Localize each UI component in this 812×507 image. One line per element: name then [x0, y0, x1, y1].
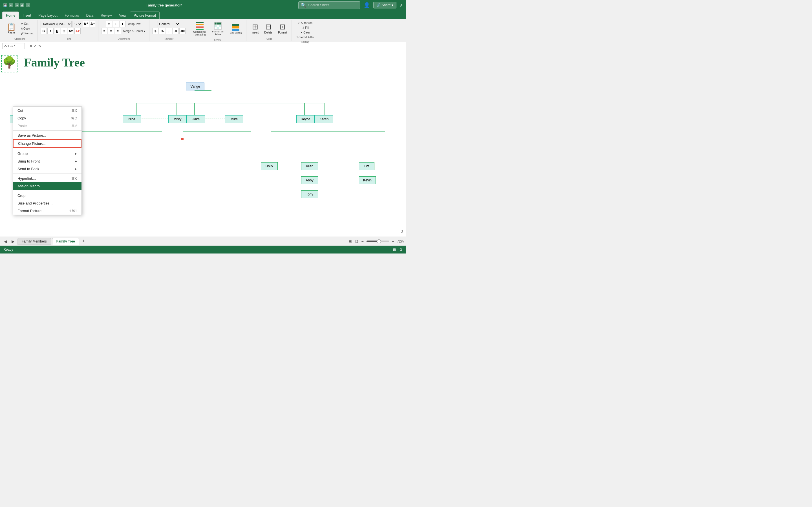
ctx-copy[interactable]: Copy ⌘C — [13, 114, 82, 122]
page-number: 3 — [401, 230, 403, 234]
decimal-dec-btn[interactable]: .00 — [179, 28, 186, 34]
tree-icon: 🌳 — [2, 56, 16, 69]
cell-styles-btn[interactable]: Cell Styles — [227, 22, 244, 36]
ctx-size-properties[interactable]: Size and Properties... — [13, 200, 82, 207]
tab-family-tree[interactable]: Family Tree — [52, 238, 79, 245]
zoom-out-btn[interactable]: − — [361, 239, 364, 244]
clear-btn[interactable]: ✕ Clear — [299, 31, 312, 35]
window-controls: 💾 ↩ ↪ 🖨 ▾ — [3, 3, 30, 7]
font-family-select[interactable]: Rockwell (Hea... — [41, 21, 71, 27]
add-sheet-btn[interactable]: + — [80, 238, 87, 244]
tab-data[interactable]: Data — [83, 11, 97, 19]
save-icon[interactable]: 💾 — [3, 3, 7, 7]
copy-button[interactable]: ⎘ Copy — [19, 26, 35, 31]
undo-icon[interactable]: ↩ — [9, 3, 13, 7]
middle-align-btn[interactable]: ↕ — [113, 21, 119, 27]
insert-cells-btn[interactable]: ⊞ Insert — [249, 22, 261, 35]
ctx-bring-to-front[interactable]: Bring to Front ▶ — [13, 158, 82, 165]
accounting-btn[interactable]: $ — [152, 28, 158, 34]
sheet-tab-prev[interactable]: ◀ — [2, 238, 9, 245]
formula-input[interactable] — [43, 44, 404, 48]
underline-btn[interactable]: U — [54, 28, 60, 34]
zoom-in-btn[interactable]: + — [392, 239, 394, 244]
number-row2: $ % , .0 .00 — [152, 28, 186, 34]
bottom-align-btn[interactable]: ⬇ — [119, 21, 126, 27]
left-align-btn[interactable]: ≡ — [101, 28, 107, 34]
search-input[interactable] — [308, 3, 358, 7]
center-align-btn[interactable]: ≡ — [108, 28, 114, 34]
decimal-inc-btn[interactable]: .0 — [172, 28, 179, 34]
function-icon[interactable]: fx — [39, 44, 41, 48]
font-label: Font — [66, 36, 71, 40]
ctx-format-picture[interactable]: Format Picture... ⇧⌘1 — [13, 207, 82, 215]
status-view-page[interactable]: 🗋 — [399, 247, 403, 251]
node-vange: Vange — [186, 82, 204, 91]
print-icon[interactable]: 🖨 — [20, 3, 24, 7]
sheet-tab-next[interactable]: ▶ — [10, 238, 16, 245]
cancel-formula-icon[interactable]: ✕ — [30, 44, 33, 48]
zoom-thumb[interactable] — [377, 239, 381, 243]
format-cells-btn[interactable]: ⊡ Format — [276, 22, 289, 35]
more-icon[interactable]: ▾ — [26, 3, 30, 7]
status-view-normal[interactable]: ⊞ — [393, 247, 396, 251]
increase-font-btn[interactable]: A⁺ — [83, 21, 89, 27]
sort-filter-btn[interactable]: ⇅ Sort & Filter — [295, 35, 316, 40]
format-button[interactable]: 🖌 Format — [19, 31, 35, 36]
ctx-save-as-picture[interactable]: Save as Picture... — [13, 131, 82, 139]
autosum-icon: Σ — [298, 21, 300, 24]
tab-home[interactable]: Home — [2, 11, 19, 19]
ctx-hyperlink[interactable]: Hyperlink... ⌘K — [13, 175, 82, 182]
autosum-btn[interactable]: Σ AutoSum — [297, 21, 314, 25]
border-btn[interactable]: ⊞ — [61, 28, 67, 34]
redo-icon[interactable]: ↪ — [15, 3, 18, 7]
ctx-cut-shortcut: ⌘X — [71, 109, 77, 113]
font-size-select[interactable]: 12 — [72, 21, 82, 27]
conditional-formatting-btn[interactable]: ConditionalFormatting — [191, 21, 208, 37]
node-abby: Abby — [301, 176, 318, 184]
wrap-text-btn[interactable]: Wrap Text — [126, 22, 142, 26]
cut-button[interactable]: ✂ Cut — [19, 22, 35, 26]
bold-btn[interactable]: B — [41, 28, 47, 34]
number-format-select[interactable]: General — [158, 21, 180, 27]
name-box[interactable] — [2, 43, 25, 49]
enter-formula-icon[interactable]: ✓ — [34, 44, 36, 48]
tab-formulas[interactable]: Formulas — [61, 11, 83, 19]
merge-center-btn[interactable]: Merge & Center ▾ — [121, 29, 147, 33]
percent-btn[interactable]: % — [159, 28, 165, 34]
profile-icon[interactable]: 👤 — [364, 2, 370, 8]
search-bar[interactable]: 🔍 — [298, 1, 360, 9]
tab-review[interactable]: Review — [97, 11, 115, 19]
right-align-btn[interactable]: ≡ — [115, 28, 121, 34]
delete-cells-btn[interactable]: ⊟ Delete — [262, 22, 274, 35]
ctx-cut[interactable]: Cut ⌘X — [13, 107, 82, 114]
normal-view-icon[interactable]: ⊞ — [349, 239, 352, 244]
align-row1: ⬆ ↕ ⬇ Wrap Text — [106, 21, 142, 27]
tab-page-layout[interactable]: Page Layout — [35, 11, 61, 19]
italic-btn[interactable]: I — [47, 28, 54, 34]
comma-btn[interactable]: , — [166, 28, 172, 34]
share-button[interactable]: 🔗 Share ▾ — [373, 2, 396, 8]
tab-family-members[interactable]: Family Members — [17, 238, 51, 245]
fill-color-btn[interactable]: A▾ — [68, 28, 74, 34]
font-color-btn[interactable]: A▾ — [74, 28, 81, 34]
tab-insert[interactable]: Insert — [19, 11, 35, 19]
page-layout-view-icon[interactable]: 🗋 — [355, 239, 359, 244]
collapse-icon[interactable]: ∧ — [400, 3, 403, 7]
zoom-slider[interactable] — [366, 240, 389, 242]
copy-label: Copy — [23, 27, 30, 30]
ctx-assign-macro[interactable]: Assign Macro... — [13, 182, 82, 190]
tab-view[interactable]: View — [115, 11, 130, 19]
cell-styles-label: Cell Styles — [230, 32, 242, 34]
ctx-group[interactable]: Group ▶ — [13, 150, 82, 158]
fill-btn[interactable]: ⬇ Fill — [300, 25, 310, 30]
ctx-crop[interactable]: Crop — [13, 192, 82, 200]
formula-divider — [27, 43, 28, 49]
tab-picture-format[interactable]: Picture Format — [130, 11, 160, 19]
paste-button[interactable]: 📋 Paste — [4, 22, 18, 35]
top-align-btn[interactable]: ⬆ — [106, 21, 112, 27]
ctx-send-to-back[interactable]: Send to Back ▶ — [13, 165, 82, 173]
format-as-table-btn[interactable]: Format asTable — [210, 21, 226, 37]
ctx-hyperlink-shortcut: ⌘K — [71, 177, 77, 180]
ctx-change-picture[interactable]: Change Picture... — [13, 139, 82, 148]
decrease-font-btn[interactable]: A⁻ — [90, 21, 96, 27]
